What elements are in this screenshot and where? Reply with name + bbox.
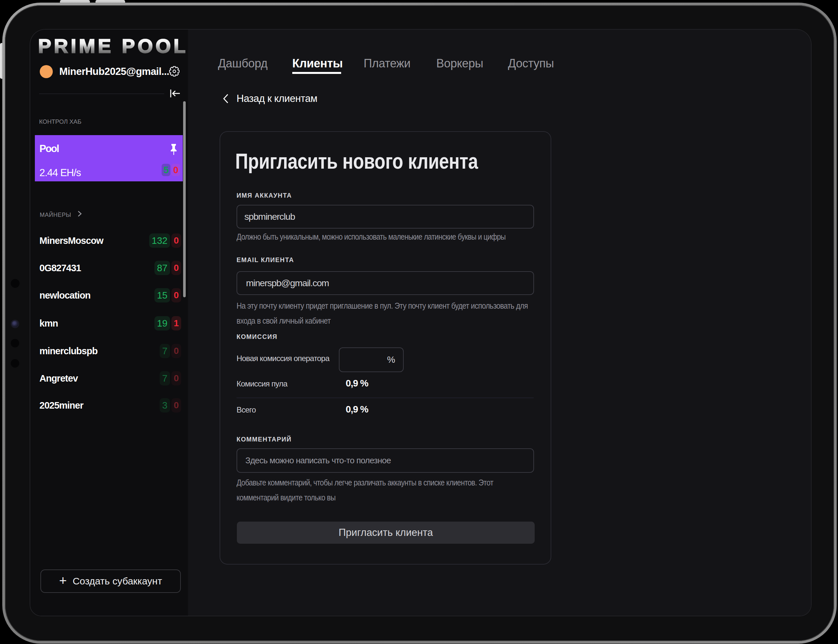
svg-text:PRIME POOL: PRIME POOL bbox=[38, 35, 188, 57]
